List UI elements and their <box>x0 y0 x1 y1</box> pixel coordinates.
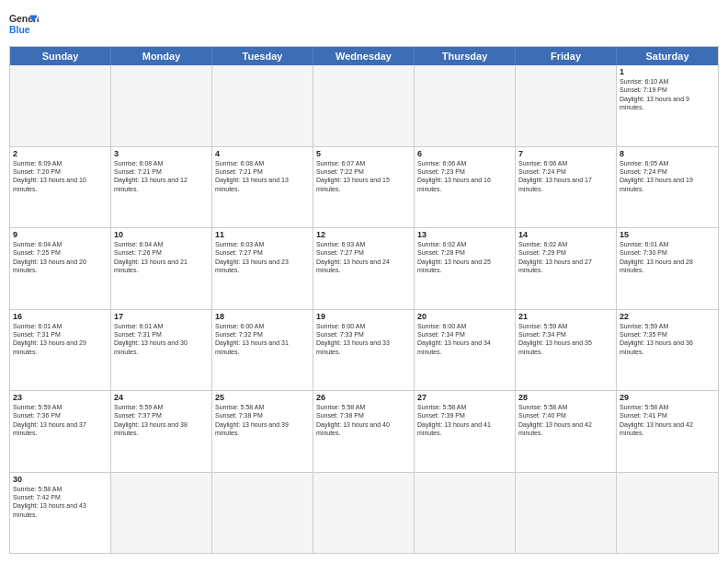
calendar-cell: 29Sunrise: 5:58 AMSunset: 7:41 PMDayligh… <box>617 391 718 472</box>
day-number: 23 <box>13 393 108 402</box>
calendar-row: 30Sunrise: 5:58 AMSunset: 7:42 PMDayligh… <box>10 473 718 554</box>
day-info: Sunrise: 6:04 AMSunset: 7:25 PMDaylight:… <box>13 240 108 275</box>
day-info: Sunrise: 5:59 AMSunset: 7:35 PMDaylight:… <box>620 322 715 357</box>
calendar-cell: 1Sunrise: 6:10 AMSunset: 7:19 PMDaylight… <box>617 65 718 146</box>
day-number: 25 <box>215 393 310 402</box>
day-number: 7 <box>518 149 613 158</box>
calendar-cell: 13Sunrise: 6:02 AMSunset: 7:28 PMDayligh… <box>415 228 516 309</box>
day-info: Sunrise: 6:00 AMSunset: 7:32 PMDaylight:… <box>215 322 310 357</box>
calendar-cell: 3Sunrise: 6:08 AMSunset: 7:21 PMDaylight… <box>111 147 212 228</box>
day-number: 16 <box>13 312 108 321</box>
day-number: 11 <box>215 230 310 239</box>
day-info: Sunrise: 6:03 AMSunset: 7:27 PMDaylight:… <box>215 240 310 275</box>
day-number: 2 <box>13 149 108 158</box>
logo: General Blue <box>9 9 39 39</box>
calendar-cell <box>212 65 313 146</box>
calendar-cell: 5Sunrise: 6:07 AMSunset: 7:22 PMDaylight… <box>313 147 415 228</box>
day-info: Sunrise: 6:07 AMSunset: 7:22 PMDaylight:… <box>316 159 411 194</box>
calendar-cell: 14Sunrise: 6:02 AMSunset: 7:29 PMDayligh… <box>516 228 617 309</box>
calendar-cell <box>212 473 313 554</box>
calendar-cell: 30Sunrise: 5:58 AMSunset: 7:42 PMDayligh… <box>10 473 111 554</box>
day-number: 10 <box>114 230 209 239</box>
calendar-cell: 7Sunrise: 6:06 AMSunset: 7:24 PMDaylight… <box>516 147 617 228</box>
day-number: 30 <box>13 475 108 484</box>
svg-text:Blue: Blue <box>9 25 30 35</box>
calendar-cell: 11Sunrise: 6:03 AMSunset: 7:27 PMDayligh… <box>212 228 313 309</box>
day-info: Sunrise: 6:06 AMSunset: 7:23 PMDaylight:… <box>417 159 512 194</box>
day-number: 4 <box>215 149 310 158</box>
day-info: Sunrise: 5:59 AMSunset: 7:36 PMDaylight:… <box>13 403 108 438</box>
calendar-cell: 15Sunrise: 6:01 AMSunset: 7:30 PMDayligh… <box>617 228 718 309</box>
day-number: 3 <box>114 149 209 158</box>
calendar-cell <box>516 65 617 146</box>
calendar-cell <box>313 473 415 554</box>
calendar-cell: 25Sunrise: 5:58 AMSunset: 7:38 PMDayligh… <box>212 391 313 472</box>
day-number: 29 <box>620 393 715 402</box>
day-number: 15 <box>620 230 715 239</box>
weekday-header: Wednesday <box>313 47 415 65</box>
calendar-cell: 24Sunrise: 5:59 AMSunset: 7:37 PMDayligh… <box>111 391 212 472</box>
calendar-cell: 18Sunrise: 6:00 AMSunset: 7:32 PMDayligh… <box>212 310 313 391</box>
calendar-cell <box>415 473 516 554</box>
calendar: SundayMondayTuesdayWednesdayThursdayFrid… <box>9 46 719 554</box>
day-number: 28 <box>518 393 613 402</box>
day-info: Sunrise: 6:03 AMSunset: 7:27 PMDaylight:… <box>316 240 411 275</box>
calendar-cell <box>111 473 212 554</box>
weekday-header: Sunday <box>10 47 111 65</box>
weekday-header: Tuesday <box>212 47 313 65</box>
day-number: 14 <box>518 230 613 239</box>
day-number: 22 <box>620 312 715 321</box>
calendar-cell <box>10 65 111 146</box>
calendar-cell: 22Sunrise: 5:59 AMSunset: 7:35 PMDayligh… <box>617 310 718 391</box>
day-info: Sunrise: 6:01 AMSunset: 7:31 PMDaylight:… <box>13 322 108 357</box>
calendar-row: 16Sunrise: 6:01 AMSunset: 7:31 PMDayligh… <box>10 310 718 392</box>
day-info: Sunrise: 6:00 AMSunset: 7:33 PMDaylight:… <box>316 322 411 357</box>
day-info: Sunrise: 5:58 AMSunset: 7:38 PMDaylight:… <box>215 403 310 438</box>
page: General Blue SundayMondayTuesdayWednesda… <box>0 0 728 563</box>
calendar-cell: 12Sunrise: 6:03 AMSunset: 7:27 PMDayligh… <box>313 228 415 309</box>
day-info: Sunrise: 6:02 AMSunset: 7:29 PMDaylight:… <box>518 240 613 275</box>
calendar-row: 1Sunrise: 6:10 AMSunset: 7:19 PMDaylight… <box>10 65 718 147</box>
calendar-body: 1Sunrise: 6:10 AMSunset: 7:19 PMDaylight… <box>10 65 718 553</box>
calendar-cell: 8Sunrise: 6:05 AMSunset: 7:24 PMDaylight… <box>617 147 718 228</box>
calendar-row: 9Sunrise: 6:04 AMSunset: 7:25 PMDaylight… <box>10 228 718 310</box>
weekday-header: Saturday <box>617 47 718 65</box>
calendar-cell <box>617 473 718 554</box>
weekday-header: Monday <box>111 47 212 65</box>
calendar-cell: 27Sunrise: 5:58 AMSunset: 7:39 PMDayligh… <box>415 391 516 472</box>
calendar-cell <box>313 65 415 146</box>
calendar-header: SundayMondayTuesdayWednesdayThursdayFrid… <box>10 47 718 65</box>
logo-icon: General Blue <box>9 9 39 39</box>
day-number: 17 <box>114 312 209 321</box>
calendar-row: 2Sunrise: 6:09 AMSunset: 7:20 PMDaylight… <box>10 147 718 229</box>
day-info: Sunrise: 6:04 AMSunset: 7:26 PMDaylight:… <box>114 240 209 275</box>
day-info: Sunrise: 6:05 AMSunset: 7:24 PMDaylight:… <box>620 159 715 194</box>
calendar-cell: 19Sunrise: 6:00 AMSunset: 7:33 PMDayligh… <box>313 310 415 391</box>
calendar-cell: 4Sunrise: 6:08 AMSunset: 7:21 PMDaylight… <box>212 147 313 228</box>
calendar-cell <box>111 65 212 146</box>
day-info: Sunrise: 6:08 AMSunset: 7:21 PMDaylight:… <box>114 159 209 194</box>
calendar-row: 23Sunrise: 5:59 AMSunset: 7:36 PMDayligh… <box>10 391 718 473</box>
day-info: Sunrise: 5:58 AMSunset: 7:40 PMDaylight:… <box>518 403 613 438</box>
day-info: Sunrise: 5:59 AMSunset: 7:34 PMDaylight:… <box>518 322 613 357</box>
day-number: 19 <box>316 312 411 321</box>
header: General Blue <box>9 9 719 39</box>
day-info: Sunrise: 6:02 AMSunset: 7:28 PMDaylight:… <box>417 240 512 275</box>
day-info: Sunrise: 6:00 AMSunset: 7:34 PMDaylight:… <box>417 322 512 357</box>
day-number: 12 <box>316 230 411 239</box>
calendar-cell <box>415 65 516 146</box>
day-info: Sunrise: 5:58 AMSunset: 7:38 PMDaylight:… <box>316 403 411 438</box>
day-number: 13 <box>417 230 512 239</box>
day-number: 5 <box>316 149 411 158</box>
calendar-cell: 23Sunrise: 5:59 AMSunset: 7:36 PMDayligh… <box>10 391 111 472</box>
day-number: 18 <box>215 312 310 321</box>
day-number: 6 <box>417 149 512 158</box>
day-info: Sunrise: 5:58 AMSunset: 7:39 PMDaylight:… <box>417 403 512 438</box>
weekday-header: Friday <box>516 47 617 65</box>
day-info: Sunrise: 6:01 AMSunset: 7:30 PMDaylight:… <box>620 240 715 275</box>
calendar-cell: 16Sunrise: 6:01 AMSunset: 7:31 PMDayligh… <box>10 310 111 391</box>
day-info: Sunrise: 6:08 AMSunset: 7:21 PMDaylight:… <box>215 159 310 194</box>
day-number: 24 <box>114 393 209 402</box>
calendar-cell: 28Sunrise: 5:58 AMSunset: 7:40 PMDayligh… <box>516 391 617 472</box>
calendar-cell: 10Sunrise: 6:04 AMSunset: 7:26 PMDayligh… <box>111 228 212 309</box>
